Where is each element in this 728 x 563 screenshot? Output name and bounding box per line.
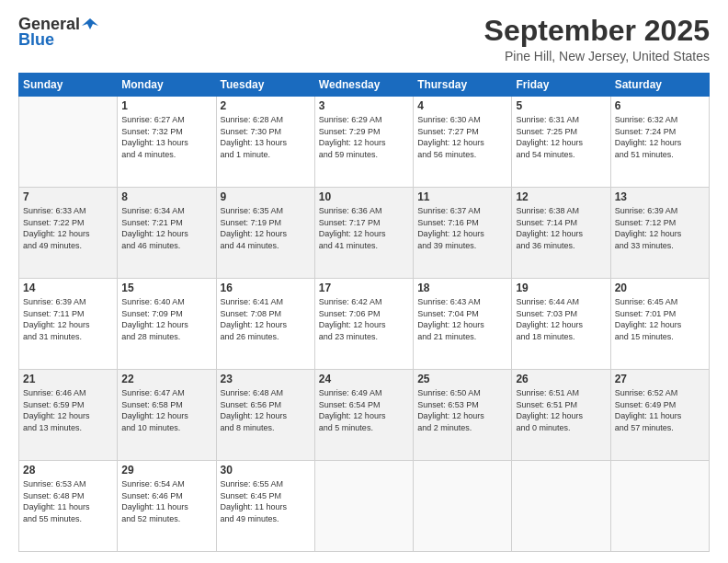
table-row: 11Sunrise: 6:37 AMSunset: 7:16 PMDayligh…	[414, 188, 512, 279]
day-number: 13	[615, 190, 705, 203]
day-info: Sunrise: 6:44 AMSunset: 7:03 PMDaylight:…	[516, 296, 606, 342]
day-number: 27	[615, 373, 705, 385]
table-row: 14Sunrise: 6:39 AMSunset: 7:11 PMDayligh…	[19, 279, 118, 370]
day-number: 8	[121, 190, 211, 203]
day-number: 30	[221, 464, 311, 477]
table-row: 2Sunrise: 6:28 AMSunset: 7:30 PMDaylight…	[216, 97, 314, 188]
table-row: 3Sunrise: 6:29 AMSunset: 7:29 PMDaylight…	[314, 97, 413, 188]
day-number: 24	[319, 373, 409, 385]
table-row: 12Sunrise: 6:38 AMSunset: 7:14 PMDayligh…	[512, 188, 610, 279]
day-number: 19	[516, 282, 606, 294]
day-info: Sunrise: 6:54 AMSunset: 6:46 PMDaylight:…	[121, 478, 211, 524]
table-row: 22Sunrise: 6:47 AMSunset: 6:58 PMDayligh…	[118, 370, 216, 461]
location: Pine Hill, New Jersey, United States	[484, 49, 710, 63]
calendar-week-row: 28Sunrise: 6:53 AMSunset: 6:48 PMDayligh…	[19, 461, 710, 552]
day-info: Sunrise: 6:52 AMSunset: 6:49 PMDaylight:…	[615, 387, 705, 433]
day-number: 14	[23, 282, 113, 294]
table-row: 15Sunrise: 6:40 AMSunset: 7:09 PMDayligh…	[118, 279, 216, 370]
day-info: Sunrise: 6:51 AMSunset: 6:51 PMDaylight:…	[516, 387, 606, 433]
header: General Blue September 2025 Pine Hill, N…	[18, 15, 710, 63]
table-row: 28Sunrise: 6:53 AMSunset: 6:48 PMDayligh…	[19, 461, 118, 552]
day-number: 9	[221, 190, 311, 203]
calendar-week-row: 14Sunrise: 6:39 AMSunset: 7:11 PMDayligh…	[19, 279, 710, 370]
col-sunday: Sunday	[19, 74, 118, 97]
table-row: 21Sunrise: 6:46 AMSunset: 6:59 PMDayligh…	[19, 370, 118, 461]
table-row: 19Sunrise: 6:44 AMSunset: 7:03 PMDayligh…	[512, 279, 610, 370]
table-row: 4Sunrise: 6:30 AMSunset: 7:27 PMDaylight…	[414, 97, 512, 188]
calendar-table: Sunday Monday Tuesday Wednesday Thursday…	[18, 73, 710, 552]
table-row	[512, 461, 610, 552]
day-number: 4	[417, 99, 507, 112]
title-block: September 2025 Pine Hill, New Jersey, Un…	[484, 15, 710, 63]
day-info: Sunrise: 6:53 AMSunset: 6:48 PMDaylight:…	[23, 478, 113, 524]
table-row: 26Sunrise: 6:51 AMSunset: 6:51 PMDayligh…	[512, 370, 610, 461]
day-number: 25	[417, 373, 507, 385]
day-number: 18	[417, 282, 507, 294]
svg-marker-0	[82, 18, 98, 29]
day-number: 15	[121, 282, 211, 294]
table-row: 6Sunrise: 6:32 AMSunset: 7:24 PMDaylight…	[610, 97, 709, 188]
day-info: Sunrise: 6:48 AMSunset: 6:56 PMDaylight:…	[221, 387, 311, 433]
day-info: Sunrise: 6:37 AMSunset: 7:16 PMDaylight:…	[417, 205, 507, 251]
day-number: 11	[417, 190, 507, 203]
day-info: Sunrise: 6:29 AMSunset: 7:29 PMDaylight:…	[319, 114, 409, 160]
day-number: 6	[615, 99, 705, 112]
col-wednesday: Wednesday	[314, 74, 413, 97]
table-row: 7Sunrise: 6:33 AMSunset: 7:22 PMDaylight…	[19, 188, 118, 279]
table-row: 25Sunrise: 6:50 AMSunset: 6:53 PMDayligh…	[414, 370, 512, 461]
day-number: 17	[319, 282, 409, 294]
day-number: 16	[221, 282, 311, 294]
col-tuesday: Tuesday	[216, 74, 314, 97]
day-info: Sunrise: 6:35 AMSunset: 7:19 PMDaylight:…	[221, 205, 311, 251]
table-row: 8Sunrise: 6:34 AMSunset: 7:21 PMDaylight…	[118, 188, 216, 279]
day-info: Sunrise: 6:39 AMSunset: 7:12 PMDaylight:…	[615, 205, 705, 251]
day-number: 26	[516, 373, 606, 385]
day-number: 5	[516, 99, 606, 112]
day-number: 7	[23, 190, 113, 203]
col-monday: Monday	[118, 74, 216, 97]
day-info: Sunrise: 6:38 AMSunset: 7:14 PMDaylight:…	[516, 205, 606, 251]
table-row: 23Sunrise: 6:48 AMSunset: 6:56 PMDayligh…	[216, 370, 314, 461]
logo: General Blue	[18, 15, 98, 50]
logo-blue: Blue	[18, 30, 54, 50]
day-number: 3	[319, 99, 409, 112]
day-info: Sunrise: 6:47 AMSunset: 6:58 PMDaylight:…	[121, 387, 211, 433]
table-row	[610, 461, 709, 552]
table-row	[414, 461, 512, 552]
table-row	[314, 461, 413, 552]
logo-bird-icon	[82, 17, 98, 33]
day-info: Sunrise: 6:46 AMSunset: 6:59 PMDaylight:…	[23, 387, 113, 433]
calendar-week-row: 1Sunrise: 6:27 AMSunset: 7:32 PMDaylight…	[19, 97, 710, 188]
table-row: 30Sunrise: 6:55 AMSunset: 6:45 PMDayligh…	[216, 461, 314, 552]
day-number: 1	[121, 99, 211, 112]
day-info: Sunrise: 6:49 AMSunset: 6:54 PMDaylight:…	[319, 387, 409, 433]
day-number: 10	[319, 190, 409, 203]
table-row: 10Sunrise: 6:36 AMSunset: 7:17 PMDayligh…	[314, 188, 413, 279]
calendar-header-row: Sunday Monday Tuesday Wednesday Thursday…	[19, 74, 710, 97]
day-info: Sunrise: 6:50 AMSunset: 6:53 PMDaylight:…	[417, 387, 507, 433]
col-thursday: Thursday	[414, 74, 512, 97]
day-number: 29	[121, 464, 211, 477]
table-row: 17Sunrise: 6:42 AMSunset: 7:06 PMDayligh…	[314, 279, 413, 370]
calendar-week-row: 7Sunrise: 6:33 AMSunset: 7:22 PMDaylight…	[19, 188, 710, 279]
day-info: Sunrise: 6:42 AMSunset: 7:06 PMDaylight:…	[319, 296, 409, 342]
table-row: 24Sunrise: 6:49 AMSunset: 6:54 PMDayligh…	[314, 370, 413, 461]
day-number: 23	[221, 373, 311, 385]
table-row: 20Sunrise: 6:45 AMSunset: 7:01 PMDayligh…	[610, 279, 709, 370]
table-row: 5Sunrise: 6:31 AMSunset: 7:25 PMDaylight…	[512, 97, 610, 188]
day-info: Sunrise: 6:31 AMSunset: 7:25 PMDaylight:…	[516, 114, 606, 160]
day-info: Sunrise: 6:36 AMSunset: 7:17 PMDaylight:…	[319, 205, 409, 251]
day-number: 21	[23, 373, 113, 385]
day-number: 22	[121, 373, 211, 385]
calendar-week-row: 21Sunrise: 6:46 AMSunset: 6:59 PMDayligh…	[19, 370, 710, 461]
day-info: Sunrise: 6:55 AMSunset: 6:45 PMDaylight:…	[221, 478, 311, 524]
table-row: 27Sunrise: 6:52 AMSunset: 6:49 PMDayligh…	[610, 370, 709, 461]
day-info: Sunrise: 6:39 AMSunset: 7:11 PMDaylight:…	[23, 296, 113, 342]
day-info: Sunrise: 6:41 AMSunset: 7:08 PMDaylight:…	[221, 296, 311, 342]
day-number: 12	[516, 190, 606, 203]
day-info: Sunrise: 6:32 AMSunset: 7:24 PMDaylight:…	[615, 114, 705, 160]
day-number: 28	[23, 464, 113, 477]
table-row: 16Sunrise: 6:41 AMSunset: 7:08 PMDayligh…	[216, 279, 314, 370]
table-row: 9Sunrise: 6:35 AMSunset: 7:19 PMDaylight…	[216, 188, 314, 279]
table-row: 13Sunrise: 6:39 AMSunset: 7:12 PMDayligh…	[610, 188, 709, 279]
